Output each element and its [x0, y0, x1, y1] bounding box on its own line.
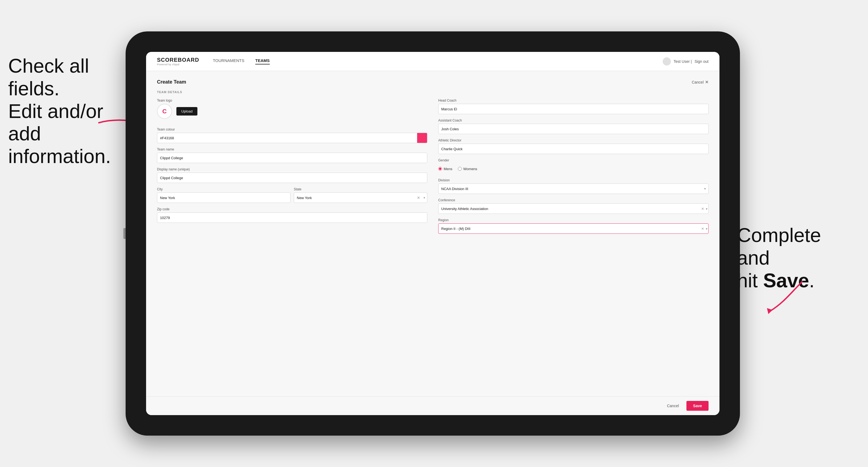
annotation-line1: Check all fields.: [8, 55, 89, 99]
division-wrapper: NCAA Division III ▾: [438, 184, 709, 194]
state-group: State New York ✕ ▾: [294, 187, 427, 203]
main-content: Create Team Cancel ✕ TEAM DETAILS Team l…: [146, 71, 719, 396]
zip-group: Zip code: [157, 207, 427, 223]
conference-group: Conference University Athletic Associati…: [438, 198, 709, 214]
gender-womens-label[interactable]: Womens: [458, 167, 477, 171]
conference-label: Conference: [438, 198, 709, 202]
cancel-button[interactable]: Cancel: [663, 401, 683, 410]
gender-group: Gender Mens Womens: [438, 158, 709, 174]
assistant-coach-input[interactable]: [438, 124, 709, 134]
team-colour-label: Team colour: [157, 128, 427, 131]
svg-marker-2: [767, 308, 772, 314]
display-name-label: Display name (unique): [157, 167, 427, 171]
gender-label: Gender: [438, 158, 709, 162]
assistant-coach-label: Assistant Coach: [438, 119, 709, 122]
city-input[interactable]: [157, 192, 290, 203]
logo-upload-area: C Upload: [157, 104, 427, 119]
team-colour-group: Team colour: [157, 128, 427, 143]
gender-womens-radio[interactable]: [458, 167, 462, 171]
annotation-line3: information.: [8, 145, 111, 167]
logo-sub: Powered by clippd: [157, 63, 199, 66]
upload-button[interactable]: Upload: [176, 107, 197, 116]
logo-area: SCOREBOARD Powered by clippd: [157, 57, 199, 66]
nav-tournaments[interactable]: TOURNAMENTS: [213, 58, 244, 64]
city-label: City: [157, 187, 290, 191]
annotation-line2: Edit and/or add: [8, 100, 103, 145]
nav-teams[interactable]: TEAMS: [255, 58, 270, 64]
gender-radio-group: Mens Womens: [438, 164, 709, 174]
city-state-row: City State New York ✕ ▾: [157, 187, 427, 203]
annotation-left: Check all fields. Edit and/or add inform…: [8, 55, 112, 168]
display-name-input[interactable]: [157, 173, 427, 183]
conference-clear-icon[interactable]: ✕: [700, 207, 705, 211]
assistant-coach-group: Assistant Coach: [438, 119, 709, 134]
team-name-group: Team name: [157, 148, 427, 163]
region-select-wrapper: Region II - (M) DIII ✕ ▾: [438, 223, 709, 234]
zip-input[interactable]: [157, 213, 427, 223]
region-controls: ✕ ▾: [700, 227, 708, 231]
color-swatch[interactable]: [417, 133, 427, 143]
division-label: Division: [438, 178, 709, 182]
user-name: Test User |: [674, 59, 692, 64]
nav-right: Test User | Sign out: [663, 57, 709, 66]
state-select[interactable]: New York: [294, 192, 427, 203]
team-logo-label: Team logo: [157, 99, 427, 102]
form-header: Create Team Cancel ✕: [157, 79, 709, 85]
gender-womens-text: Womens: [463, 167, 477, 171]
region-label: Region: [438, 218, 709, 222]
conference-controls: ✕ ▾: [700, 207, 708, 211]
conference-dropdown-icon: ▾: [706, 207, 708, 211]
head-coach-label: Head Coach: [438, 99, 709, 102]
gender-mens-text: Mens: [444, 167, 453, 171]
athletic-director-group: Athletic Director: [438, 138, 709, 154]
form-title: Create Team: [157, 79, 186, 85]
color-field-wrapper: [157, 133, 427, 143]
side-tab: [123, 228, 126, 239]
form-body: Team logo C Upload Team colour: [157, 99, 709, 238]
region-group: Region Region II - (M) DIII ✕ ▾: [438, 218, 709, 234]
state-select-wrapper: New York ✕ ▾: [294, 192, 427, 203]
conference-select-wrapper: University Athletic Association ✕ ▾: [438, 204, 709, 214]
city-group: City: [157, 187, 290, 203]
division-group: Division NCAA Division III ▾: [438, 178, 709, 194]
display-name-group: Display name (unique): [157, 167, 427, 183]
logo-circle: C: [157, 104, 172, 119]
section-label: TEAM DETAILS: [157, 90, 709, 94]
division-select[interactable]: NCAA Division III: [438, 184, 709, 194]
user-avatar: [663, 57, 671, 66]
cancel-x-button[interactable]: Cancel ✕: [692, 80, 709, 85]
conference-select[interactable]: University Athletic Association: [438, 204, 709, 214]
region-dropdown-icon: ▾: [706, 227, 708, 230]
form-right-col: Head Coach Assistant Coach Athletic Dire…: [438, 99, 709, 238]
athletic-director-label: Athletic Director: [438, 138, 709, 142]
form-footer: Cancel Save: [146, 396, 719, 415]
state-label: State: [294, 187, 427, 191]
team-name-label: Team name: [157, 148, 427, 151]
logo-letter: C: [162, 108, 167, 115]
logo-text: SCOREBOARD: [157, 57, 199, 63]
tablet-frame: SCOREBOARD Powered by clippd TOURNAMENTS…: [126, 31, 740, 436]
navbar: SCOREBOARD Powered by clippd TOURNAMENTS…: [146, 52, 719, 71]
head-coach-group: Head Coach: [438, 99, 709, 114]
team-name-input[interactable]: [157, 153, 427, 163]
tablet-screen: SCOREBOARD Powered by clippd TOURNAMENTS…: [146, 52, 719, 415]
gender-mens-radio[interactable]: [438, 167, 442, 171]
athletic-director-input[interactable]: [438, 144, 709, 154]
zip-label: Zip code: [157, 207, 427, 211]
gender-mens-label[interactable]: Mens: [438, 167, 453, 171]
form-left-col: Team logo C Upload Team colour: [157, 99, 427, 238]
save-button[interactable]: Save: [686, 401, 709, 411]
team-logo-group: Team logo C Upload: [157, 99, 427, 123]
nav-items: TOURNAMENTS TEAMS: [213, 58, 663, 64]
cancel-x-label: Cancel: [692, 80, 704, 84]
arrow-right-icon: [748, 276, 816, 317]
state-clear-icon[interactable]: ✕: [417, 195, 420, 200]
region-select[interactable]: Region II - (M) DIII: [438, 223, 709, 234]
region-clear-icon[interactable]: ✕: [700, 227, 705, 231]
team-colour-input[interactable]: [157, 133, 417, 143]
sign-out-link[interactable]: Sign out: [694, 59, 709, 64]
close-icon: ✕: [705, 80, 709, 85]
head-coach-input[interactable]: [438, 104, 709, 114]
annotation-right-line1: Complete and: [737, 224, 821, 269]
